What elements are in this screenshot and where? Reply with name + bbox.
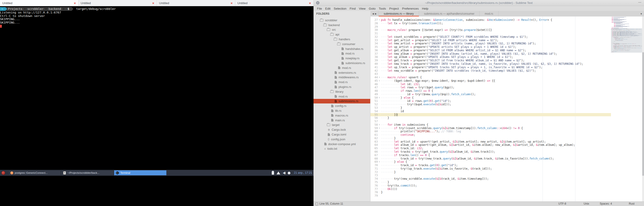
minimap[interactable]: pub·fn·handle_submissions(conn:·&Generic… xyxy=(611,16,642,202)
fold-arrow-icon[interactable] xyxy=(378,113,381,116)
code-line[interactable]: 66········let·tracks·=·try!(get_track.qu… xyxy=(370,150,611,154)
code-line[interactable]: 67········if·tracks.len()·==·0·{ xyxy=(370,154,611,157)
status-unix[interactable]: Unix xyxy=(584,202,589,206)
code-line[interactable]: 28····let·tx·=·try!(conn.transaction()); xyxy=(370,22,611,25)
sidebar-item-consumer[interactable]: consumer xyxy=(314,42,370,46)
fold-arrow-icon[interactable] xyxy=(378,133,381,137)
fold-arrow-icon[interactable] xyxy=(378,164,381,167)
fold-arrow-icon[interactable] xyxy=(378,174,381,177)
sidebar-item-main-rs[interactable]: main.rs xyxy=(314,118,370,123)
code-line[interactable]: 69∨········}·else·{ xyxy=(370,160,611,164)
sidebar-item-mod-rs[interactable]: mod.rs xyxy=(314,94,370,99)
fold-arrow-icon[interactable] xyxy=(378,103,381,106)
fold-arrow-icon[interactable] xyxy=(378,147,381,150)
fold-arrow-icon[interactable] xyxy=(378,22,381,25)
code-line[interactable]: 64········let·album_id·=·upsert!(get_alb… xyxy=(370,143,611,147)
code-line[interactable]: 61············continue; xyxy=(370,133,611,137)
fold-arrow-icon[interactable] xyxy=(378,154,381,157)
menu-item-find[interactable]: Find xyxy=(348,7,357,10)
fold-arrow-icon[interactable] xyxy=(378,83,381,86)
fold-arrow-icon[interactable] xyxy=(378,171,381,174)
battery-icon[interactable] xyxy=(272,171,274,175)
code-line[interactable]: 36····let·get_album·=·prepare!("SELECT·i… xyxy=(370,49,611,52)
sidebar-item-nowplay-rs[interactable]: nowplay.rs xyxy=(314,56,370,61)
code-line[interactable]: 53············} xyxy=(370,106,611,110)
fold-arrow-icon[interactable] xyxy=(378,35,381,39)
menu-item-goto[interactable]: Goto xyxy=(367,7,377,10)
menu-item-tools[interactable]: Tools xyxy=(377,7,388,10)
cursor-position-status[interactable]: Line 55, Column 11 xyxy=(320,202,343,206)
code-line[interactable]: 35····let·up_artist·=·prepare!("UPDATE·a… xyxy=(370,45,611,49)
nav-back-icon[interactable]: ◀ xyxy=(372,12,374,15)
sidebar-item-submissions-rs[interactable]: submissions.rs xyxy=(314,61,370,65)
code-line[interactable]: 48············if·rows.len()·==·0·{ xyxy=(370,89,611,93)
tab-close-icon[interactable]: × xyxy=(231,1,233,5)
code-line[interactable]: 76····try!(tx.commit()); xyxy=(370,184,611,188)
fold-arrow-icon[interactable]: ∨ xyxy=(378,18,381,22)
terminal-tab[interactable]: Untitled× xyxy=(0,0,78,6)
fold-arrow-icon[interactable] xyxy=(378,130,381,133)
code-line[interactable]: 62········} xyxy=(370,137,611,140)
code-line[interactable]: 44∨····macro_rules!·upsert·{ xyxy=(370,76,611,79)
terminal-tab[interactable]: Untitled× xyxy=(157,0,235,6)
fold-arrow-icon[interactable] xyxy=(378,143,381,147)
code-line[interactable]: 31 xyxy=(370,32,611,35)
editor-tab[interactable]: submissions.rs — library xyxy=(378,11,419,16)
editor-tab[interactable]: submissions.rs — api/handlers/consumer xyxy=(419,11,480,16)
sidebar-item-docker-compose-yml[interactable]: docker-compose.yml xyxy=(314,142,370,146)
menu-item-help[interactable]: Help xyxy=(420,7,430,10)
code-line[interactable]: 49················id·=·try!($new.query($… xyxy=(370,93,611,96)
fold-arrow-icon[interactable] xyxy=(378,150,381,154)
code-editor[interactable]: 27∨pub·fn·handle_submissions(conn:·&Gene… xyxy=(370,16,642,202)
tab-close-icon[interactable]: × xyxy=(152,1,154,5)
sidebar-item-handlers[interactable]: handlers xyxy=(314,37,370,42)
fold-arrow-icon[interactable] xyxy=(378,99,381,103)
code-line[interactable]: 37····let·new_album·=·prepare!("INSERT·I… xyxy=(370,52,611,56)
taskbar-window-button[interactable]: >_Terminal xyxy=(114,170,166,175)
fold-arrow-icon[interactable] xyxy=(378,25,381,29)
fold-arrow-icon[interactable] xyxy=(378,89,381,93)
window-minimize-icon[interactable]: — xyxy=(638,0,641,4)
fold-arrow-icon[interactable] xyxy=(378,120,381,123)
fold-arrow-icon[interactable] xyxy=(378,188,381,191)
editor-tab[interactable]: mod.rs xyxy=(480,11,498,16)
fold-arrow-icon[interactable] xyxy=(378,116,381,120)
code-line[interactable]: 30····macro_rules!·prepare·{($stmt:expr)… xyxy=(370,28,611,32)
code-line[interactable]: 41····let·up_track·=·prepare!("UPDATE·tr… xyxy=(370,66,611,69)
code-line[interactable]: 56····} xyxy=(370,116,611,120)
code-line[interactable]: 59∨········if·try!(count_scrobbles.query… xyxy=(370,127,611,130)
code-line[interactable]: 40····let·new_track·=·prepare!("INSERT·I… xyxy=(370,62,611,66)
sidebar-item-handshake-rs[interactable]: handshake.rs xyxy=(314,46,370,51)
menu-item-selection[interactable]: Selection xyxy=(332,7,348,10)
sidebar-item-cargo-lock[interactable]: ⚙Cargo.lock xyxy=(314,127,370,132)
scrollbar-thumb[interactable] xyxy=(642,52,644,176)
fold-arrow-icon[interactable]: ∨ xyxy=(378,123,381,127)
fold-arrow-icon[interactable] xyxy=(378,62,381,66)
fold-arrow-icon[interactable] xyxy=(378,191,381,194)
fold-arrow-icon[interactable] xyxy=(378,66,381,69)
code-line[interactable]: 43 xyxy=(370,72,611,76)
terminal-tab[interactable]: Untitled× xyxy=(235,0,314,6)
fold-arrow-icon[interactable] xyxy=(378,72,381,76)
sidebar-item-mod-rs[interactable]: mod.rs xyxy=(314,65,370,70)
code-line[interactable]: 79 xyxy=(370,194,611,198)
code-line[interactable]: 58∨····for·item·in·submissions·{ xyxy=(370,123,611,127)
fold-arrow-icon[interactable] xyxy=(378,177,381,181)
fold-arrow-icon[interactable]: ∨ xyxy=(378,79,381,83)
code-line[interactable]: 74········try!(new_scrobble.execute(&[&t… xyxy=(370,177,611,181)
code-line[interactable]: 65········let·track_id:·i32; xyxy=(370,147,611,150)
code-line[interactable]: 45∨········($get:ident,·$gp:expr;·$new:i… xyxy=(370,79,611,83)
code-line[interactable]: 33····let·get_artist·=·prepare!("SELECT·… xyxy=(370,39,611,42)
code-line[interactable]: 68············track_id·=·try!(new_track.… xyxy=(370,157,611,160)
tab-close-icon[interactable]: × xyxy=(309,1,311,5)
code-line[interactable]: 63········let·artist_id·=·upsert!(get_ar… xyxy=(370,140,611,143)
sidebar-item-target[interactable]: target xyxy=(314,123,370,127)
menu-item-preferences[interactable]: Preferences xyxy=(400,7,420,10)
code-line[interactable]: 50∨············}·else·{ xyxy=(370,96,611,100)
notifications-icon[interactable] xyxy=(288,172,290,174)
code-line[interactable]: 78} xyxy=(370,191,611,194)
volume-icon[interactable]: ◀)) xyxy=(283,171,285,174)
fold-arrow-icon[interactable] xyxy=(378,49,381,52)
code-line[interactable]: 39····let·get_track·=·prepare!("SELECT·i… xyxy=(370,59,611,62)
fold-arrow-icon[interactable] xyxy=(378,140,381,143)
